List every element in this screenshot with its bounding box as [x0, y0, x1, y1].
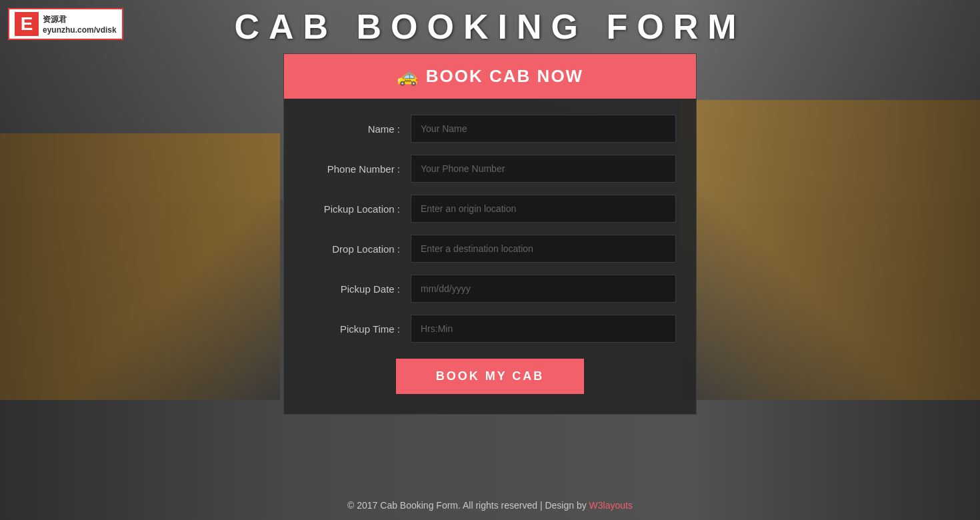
drop-row: Drop Location : [304, 235, 676, 263]
form-header-label: BOOK CAB NOW [426, 66, 583, 87]
form-header: 🚕 BOOK CAB NOW [284, 54, 696, 99]
form-body: Name : Phone Number : Pickup Location : … [284, 99, 696, 414]
name-label: Name : [304, 122, 411, 136]
pickup-input[interactable] [411, 195, 676, 223]
booking-form-card: 🚕 BOOK CAB NOW Name : Phone Number : Pic… [283, 53, 697, 415]
submit-row: BOOK MY CAB [304, 359, 676, 394]
watermark: E 资源君 eyunzhu.com/vdisk [8, 8, 123, 40]
name-row: Name : [304, 115, 676, 143]
footer-link[interactable]: W3layouts [589, 500, 633, 511]
watermark-text: 资源君 eyunzhu.com/vdisk [43, 14, 117, 35]
page-title: CAB BOOKING FORM [234, 7, 745, 47]
name-input[interactable] [411, 115, 676, 143]
time-row: Pickup Time : [304, 315, 676, 343]
taxi-icon: 🚕 [397, 66, 419, 87]
watermark-letter: E [15, 12, 39, 36]
pickup-row: Pickup Location : [304, 195, 676, 223]
footer-text: © 2017 Cab Booking Form. All rights rese… [347, 500, 589, 511]
phone-input[interactable] [411, 155, 676, 183]
book-cab-button[interactable]: BOOK MY CAB [396, 359, 585, 394]
footer: © 2017 Cab Booking Form. All rights rese… [0, 500, 980, 511]
pickup-label: Pickup Location : [304, 202, 411, 216]
phone-label: Phone Number : [304, 162, 411, 176]
time-input[interactable] [411, 315, 676, 343]
drop-input[interactable] [411, 235, 676, 263]
drop-label: Drop Location : [304, 242, 411, 256]
date-row: Pickup Date : [304, 275, 676, 303]
date-label: Pickup Date : [304, 282, 411, 296]
phone-row: Phone Number : [304, 155, 676, 183]
time-label: Pickup Time : [304, 322, 411, 336]
date-input[interactable] [411, 275, 676, 303]
